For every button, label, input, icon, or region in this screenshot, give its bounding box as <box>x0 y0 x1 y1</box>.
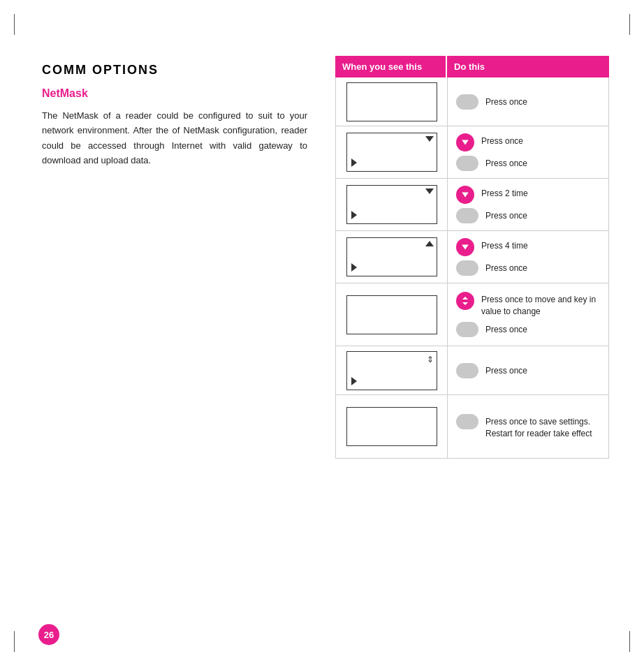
when-cell-6: ⇕ <box>336 346 448 394</box>
down-arrow-button[interactable] <box>456 186 474 204</box>
action-label: Press once <box>485 322 527 336</box>
action-label: Press 2 time <box>481 186 528 200</box>
do-cell-6: Press once <box>448 346 608 394</box>
when-cell-7 <box>336 395 448 458</box>
do-cell-2: Press once Press once <box>448 126 608 178</box>
do-cell-3: Press 2 time Press once <box>448 179 608 230</box>
screen-box-1 <box>346 82 437 121</box>
main-content: COMM OPTIONS NetMask The NetMask of a re… <box>0 0 644 501</box>
action-item: Press once to save settings. Restart for… <box>456 414 600 440</box>
oval-button[interactable] <box>456 363 478 378</box>
oval-button[interactable] <box>456 208 478 223</box>
screen-box-6: ⇕ <box>346 351 437 390</box>
border-bottom-right <box>629 631 630 652</box>
svg-marker-4 <box>462 302 468 305</box>
action-item: Press once to move and key in value to c… <box>456 292 600 318</box>
action-item: Press once <box>456 156 600 171</box>
left-panel: COMM OPTIONS NetMask The NetMask of a re… <box>42 56 307 459</box>
section-title: COMM OPTIONS <box>42 63 307 77</box>
when-cell-4 <box>336 231 448 283</box>
action-label: Press once to move and key in value to c… <box>481 292 600 318</box>
screen-box-7 <box>346 407 437 446</box>
table-row: Press once to move and key in value to c… <box>336 283 608 346</box>
table-body: Press once Press on <box>335 77 609 459</box>
screen-box-2 <box>346 133 437 172</box>
border-bottom-left <box>14 631 15 652</box>
screen-box-5 <box>346 295 437 334</box>
right-panel: When you see this Do this Press once <box>335 56 609 459</box>
action-item: Press once <box>456 208 600 223</box>
oval-button[interactable] <box>456 322 478 337</box>
header-col-do: Do this <box>447 56 609 77</box>
table-header: When you see this Do this <box>335 56 609 77</box>
oval-button[interactable] <box>456 94 478 110</box>
action-label: Press once <box>481 133 523 147</box>
arrow-indicator <box>351 211 357 219</box>
table-row: Press 2 time Press once <box>336 179 608 231</box>
oval-button[interactable] <box>456 260 478 276</box>
svg-marker-0 <box>462 140 469 145</box>
action-item: Press once <box>456 363 600 378</box>
action-label: Press once to save settings. Restart for… <box>485 414 600 440</box>
do-cell-5: Press once to move and key in value to c… <box>448 283 608 346</box>
border-top-right <box>629 14 630 35</box>
action-label: Press once <box>485 363 527 377</box>
action-label: Press once <box>485 208 527 222</box>
header-col-when: When you see this <box>335 56 447 77</box>
action-item: Press 4 time <box>456 238 600 256</box>
when-cell-3 <box>336 179 448 230</box>
table-row: Press once to save settings. Restart for… <box>336 395 608 458</box>
do-cell-1: Press once <box>448 77 608 126</box>
when-cell-5 <box>336 283 448 346</box>
updown-arrow-button[interactable] <box>456 292 474 310</box>
table-row: Press 4 time Press once <box>336 231 608 283</box>
arrow-indicator <box>425 136 434 142</box>
action-item: Press once <box>456 260 600 276</box>
down-arrow-button[interactable] <box>456 133 474 151</box>
action-label: Press 4 time <box>481 238 528 252</box>
table-row: Press once Press once <box>336 126 608 179</box>
down-arrow-button[interactable] <box>456 238 474 256</box>
table-row: ⇕ Press once <box>336 346 608 395</box>
action-item: Press once <box>456 133 600 151</box>
arrow-indicator <box>351 158 357 167</box>
screen-box-3 <box>346 185 437 224</box>
screen-box-4 <box>346 237 437 276</box>
arrow-indicator <box>425 241 434 246</box>
arrow-indicator <box>351 377 357 385</box>
updown-indicator: ⇕ <box>427 355 434 364</box>
svg-marker-3 <box>462 297 468 299</box>
action-label: Press once <box>485 94 527 108</box>
oval-button[interactable] <box>456 156 478 171</box>
action-item: Press once <box>456 322 600 337</box>
arrow-indicator <box>351 263 357 272</box>
svg-marker-2 <box>462 244 469 249</box>
svg-marker-1 <box>462 192 469 197</box>
do-cell-4: Press 4 time Press once <box>448 231 608 283</box>
border-top-left <box>14 14 15 35</box>
arrow-indicator <box>425 188 434 194</box>
page-number-badge: 26 <box>38 624 59 645</box>
description: The NetMask of a reader could be configu… <box>42 108 307 168</box>
action-item: Press 2 time <box>456 186 600 204</box>
do-cell-7: Press once to save settings. Restart for… <box>448 395 608 458</box>
action-label: Press once <box>485 260 527 274</box>
oval-button[interactable] <box>456 414 478 429</box>
action-label: Press once <box>485 156 527 170</box>
table-row: Press once <box>336 77 608 126</box>
when-cell-2 <box>336 126 448 178</box>
when-cell-1 <box>336 77 448 126</box>
subsection-title: NetMask <box>42 87 307 100</box>
action-item: Press once <box>456 94 600 110</box>
